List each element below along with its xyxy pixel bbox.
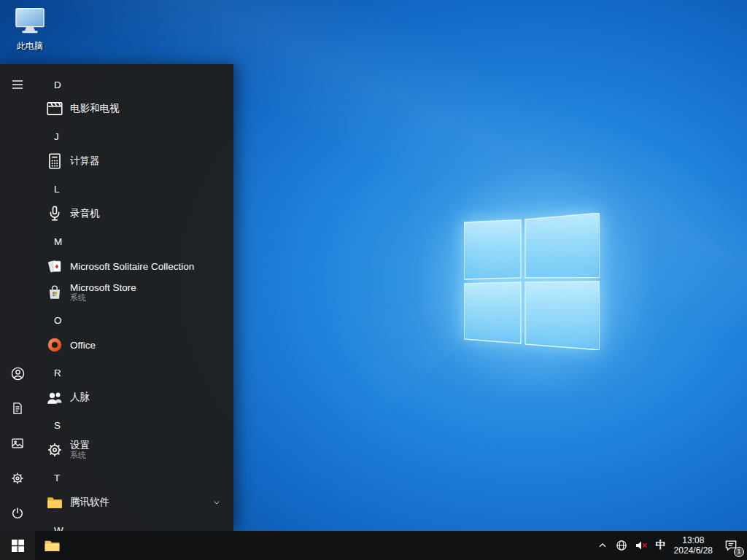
ime-indicator[interactable]: 中	[651, 531, 670, 560]
app-label: Microsoft Store	[70, 282, 136, 293]
desktop-icon-this-pc[interactable]: 此电脑	[9, 6, 51, 52]
start-menu: D 电影和电视 J 计算器 L 录音机 M	[0, 64, 233, 531]
network-globe-icon	[616, 540, 627, 551]
hidden-icons-button[interactable]	[593, 531, 612, 560]
gear-icon	[10, 471, 25, 486]
app-label: 设置	[70, 440, 90, 451]
calculator-icon	[45, 152, 64, 171]
action-center-button[interactable]: 1	[716, 531, 746, 560]
desktop: 此电脑	[0, 0, 747, 560]
section-header-o[interactable]: O	[35, 307, 233, 333]
app-item-settings[interactable]: 设置 系统	[35, 437, 233, 463]
power-button[interactable]	[0, 496, 35, 531]
network-button[interactable]	[612, 531, 631, 560]
section-header-l[interactable]: L	[35, 176, 233, 202]
clock-date: 2024/6/28	[674, 545, 713, 556]
app-item-microsoft-store[interactable]: Microsoft Store 系统	[35, 279, 233, 306]
start-button[interactable]	[0, 531, 35, 560]
app-item-movies-tv[interactable]: 电影和电视	[35, 96, 233, 122]
app-label: 人脉	[70, 391, 90, 404]
pictures-icon	[10, 436, 25, 451]
pictures-button[interactable]	[0, 426, 35, 461]
app-item-solitaire[interactable]: Microsoft Solitaire Collection	[35, 253, 233, 279]
app-label: Office	[70, 340, 96, 351]
app-label: 计算器	[70, 155, 100, 168]
notification-badge: 1	[734, 547, 744, 557]
power-icon	[10, 506, 25, 521]
app-label: 腾讯软件	[70, 496, 109, 509]
settings-gear-icon	[45, 440, 64, 459]
app-label: 电影和电视	[70, 102, 120, 115]
user-avatar-icon	[10, 366, 26, 381]
desktop-icon-label: 此电脑	[9, 40, 51, 52]
app-item-calculator[interactable]: 计算器	[35, 148, 233, 174]
section-header-j[interactable]: J	[35, 123, 233, 149]
user-account-button[interactable]	[0, 356, 35, 391]
volume-muted-icon	[635, 540, 648, 551]
store-icon	[45, 283, 64, 302]
section-header-d[interactable]: D	[35, 71, 233, 98]
documents-button[interactable]	[0, 391, 35, 426]
start-menu-rail	[0, 64, 35, 531]
section-header-m[interactable]: M	[35, 228, 233, 254]
hamburger-icon	[10, 77, 25, 92]
app-sublabel: 系统	[70, 451, 90, 460]
app-item-voice-recorder[interactable]: 录音机	[35, 201, 233, 227]
app-label: 录音机	[70, 207, 100, 220]
office-icon	[45, 335, 64, 354]
section-header-s[interactable]: S	[35, 412, 233, 438]
app-item-tencent-folder[interactable]: 腾讯软件	[35, 489, 233, 516]
start-menu-app-list: D 电影和电视 J 计算器 L 录音机 M	[35, 64, 233, 531]
movies-tv-icon	[45, 99, 64, 118]
taskbar: 中 13:08 2024/6/28 1	[0, 531, 747, 560]
app-item-office[interactable]: Office	[35, 332, 233, 358]
folder-icon	[45, 493, 64, 512]
windows-logo-icon	[464, 213, 600, 350]
chevron-down-icon	[212, 497, 222, 510]
app-item-people[interactable]: 人脉	[35, 384, 233, 411]
app-sublabel: 系统	[70, 293, 136, 303]
file-explorer-button[interactable]	[35, 531, 69, 560]
chevron-up-icon	[597, 540, 608, 551]
document-icon	[10, 401, 25, 416]
clock-time: 13:08	[682, 535, 704, 545]
voice-recorder-icon	[45, 204, 64, 223]
section-header-r[interactable]: R	[35, 359, 233, 386]
people-icon	[45, 388, 64, 407]
settings-button[interactable]	[0, 461, 35, 496]
solitaire-icon	[45, 257, 64, 276]
this-pc-icon	[13, 6, 47, 36]
file-explorer-icon	[43, 537, 61, 555]
expand-menu-button[interactable]	[0, 67, 35, 102]
section-header-w[interactable]: W	[35, 517, 233, 531]
taskbar-clock[interactable]: 13:08 2024/6/28	[670, 531, 716, 560]
system-tray: 中 13:08 2024/6/28 1	[593, 531, 747, 560]
volume-button[interactable]	[631, 531, 651, 560]
app-label: Microsoft Solitaire Collection	[70, 261, 194, 272]
section-header-t[interactable]: T	[35, 464, 233, 491]
windows-start-icon	[12, 540, 24, 552]
